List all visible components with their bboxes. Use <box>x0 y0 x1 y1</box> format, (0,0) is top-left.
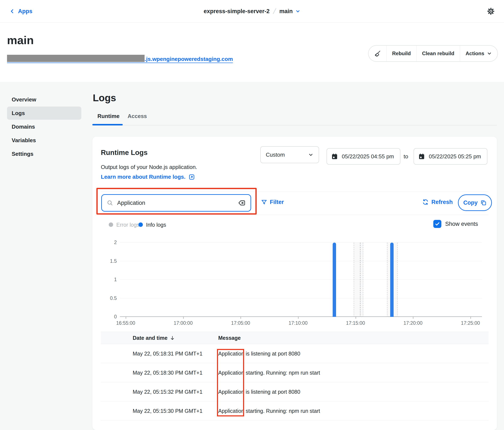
log-search-field <box>101 194 251 212</box>
date-from-value: 05/22/2025 04:55 pm <box>342 153 394 160</box>
log-message: Application starting. Running: npm run s… <box>218 369 320 376</box>
x-axis-label: 17:05:00 <box>231 320 250 326</box>
chevron-down-icon <box>487 51 492 56</box>
x-axis-tick <box>126 317 126 319</box>
x-axis-tick <box>413 317 413 319</box>
x-axis-label: 17:00:00 <box>174 320 193 326</box>
y-axis-label: 0 <box>114 314 117 320</box>
breadcrumb: express-simple-server-2 / main <box>0 0 504 23</box>
table-row: May 22, 05:18:31 PM GMT+1Application is … <box>101 344 488 363</box>
x-axis-label: 17:10:00 <box>288 320 308 326</box>
top-nav: Apps express-simple-server-2 / main <box>0 0 504 23</box>
x-axis-tick <box>298 317 298 319</box>
log-datetime: May 22, 05:18:31 PM GMT+1 <box>133 350 203 357</box>
section-divider <box>101 215 488 215</box>
copy-icon <box>480 199 486 206</box>
table-header: Date and time Message <box>101 332 488 344</box>
breadcrumb-app-name: express-simple-server-2 <box>204 8 270 15</box>
x-axis-tick <box>241 317 241 319</box>
event-band <box>354 242 360 317</box>
x-axis-label: 17:15:00 <box>346 320 365 326</box>
gridline <box>120 279 482 280</box>
settings-gear-icon[interactable] <box>486 7 495 16</box>
chart-xaxis: 16:55:0017:00:0017:05:0017:10:0017:15:00… <box>120 317 482 330</box>
tab-access[interactable]: Access <box>128 113 147 119</box>
x-axis-label: 17:25:00 <box>461 320 480 326</box>
rebuild-button[interactable]: Rebuild <box>386 46 416 61</box>
learn-more-label: Learn more about Runtime logs. <box>101 174 186 180</box>
chart-bar[interactable] <box>390 242 394 317</box>
date-range-preset-select[interactable]: Custom <box>260 146 319 163</box>
date-from-input[interactable]: 05/22/2025 04:55 pm <box>326 148 400 165</box>
clear-search-icon[interactable] <box>238 199 246 207</box>
calendar-icon <box>331 153 338 160</box>
search-input[interactable] <box>117 200 234 206</box>
clean-cache-button[interactable] <box>369 46 386 61</box>
datetime-column-label: Date and time <box>133 335 168 341</box>
date-to-input[interactable]: 05/22/2025 05:25 pm <box>414 148 487 165</box>
error-logs-legend[interactable]: Error logs <box>116 222 139 228</box>
redaction-block <box>7 55 144 62</box>
clean-rebuild-button[interactable]: Clean rebuild <box>416 46 460 61</box>
external-link-icon <box>189 174 195 180</box>
sidebar-item-overview[interactable]: Overview <box>7 93 81 106</box>
x-axis-label: 17:20:00 <box>403 320 423 326</box>
chevron-down-icon <box>308 152 314 158</box>
actions-dropdown-button[interactable]: Actions <box>460 46 497 61</box>
active-tab-indicator <box>92 124 123 125</box>
chart-bar[interactable] <box>333 242 336 317</box>
to-label: to <box>404 153 408 160</box>
log-datetime: May 22, 05:15:32 PM GMT+1 <box>133 389 203 395</box>
sidebar-item-variables[interactable]: Variables <box>7 134 81 147</box>
sidebar-item-logs[interactable]: Logs <box>7 107 81 120</box>
card-description: Output logs of your Node.js application. <box>101 164 197 170</box>
y-axis-label: 1 <box>114 277 117 283</box>
log-message: Application is listening at port 8080 <box>218 350 300 357</box>
show-events-toggle[interactable]: Show events <box>433 220 478 228</box>
sidebar-item-domains[interactable]: Domains <box>7 120 81 133</box>
environment-url-text: .js.wpenginepoweredstaging.com <box>144 56 233 62</box>
breadcrumb-separator: / <box>272 7 277 16</box>
funnel-icon <box>261 199 267 206</box>
checkmark-icon <box>434 221 440 227</box>
column-header-message: Message <box>218 335 241 341</box>
table-row: May 22, 05:15:30 PM GMT+1Application sta… <box>101 401 488 421</box>
show-events-checkbox[interactable] <box>433 220 441 228</box>
environment-selector[interactable]: main <box>279 8 300 15</box>
column-header-datetime[interactable]: Date and time <box>133 335 175 341</box>
sidebar-nav: OverviewLogsDomainsVariablesSettings <box>7 93 81 161</box>
refresh-icon <box>422 199 429 206</box>
screen: Apps express-simple-server-2 / main main… <box>0 0 504 430</box>
tab-runtime[interactable]: Runtime <box>98 113 119 119</box>
runtime-logs-card: Runtime Logs Output logs of your Node.js… <box>92 137 497 430</box>
chart-plot <box>120 242 482 317</box>
gridline <box>120 261 482 261</box>
filter-button[interactable]: Filter <box>261 199 284 206</box>
table-row: May 22, 05:18:30 PM GMT+1Application sta… <box>101 363 488 382</box>
show-events-label: Show events <box>445 221 478 227</box>
sidebar-item-settings[interactable]: Settings <box>7 147 81 161</box>
log-datetime: May 22, 05:15:30 PM GMT+1 <box>133 408 203 414</box>
filter-label: Filter <box>270 199 284 206</box>
date-to-value: 05/22/2025 05:25 pm <box>429 153 481 160</box>
sort-descending-icon <box>170 335 175 341</box>
y-axis-label: 0.5 <box>110 296 117 301</box>
x-axis-tick <box>183 317 184 319</box>
info-logs-legend[interactable]: Info logs <box>146 222 166 228</box>
learn-more-link[interactable]: Learn more about Runtime logs. <box>101 174 195 180</box>
environment-name: main <box>279 8 293 15</box>
environment-url-link[interactable]: .js.wpenginepoweredstaging.com <box>7 55 233 63</box>
copy-logs-button[interactable]: Copy <box>458 194 492 211</box>
info-logs-dot <box>138 223 143 227</box>
gridline <box>120 298 482 298</box>
search-icon <box>107 199 113 206</box>
x-axis-tick <box>356 317 356 319</box>
chart-ylabels: 00.511.52 <box>99 242 117 317</box>
x-axis-tick <box>470 317 471 319</box>
log-datetime: May 22, 05:18:30 PM GMT+1 <box>133 369 203 376</box>
broom-icon <box>374 50 381 57</box>
environment-actions-group: Rebuild Clean rebuild Actions <box>368 45 498 62</box>
section-divider <box>101 192 488 192</box>
chevron-down-icon <box>295 9 300 14</box>
refresh-button[interactable]: Refresh <box>422 199 453 206</box>
